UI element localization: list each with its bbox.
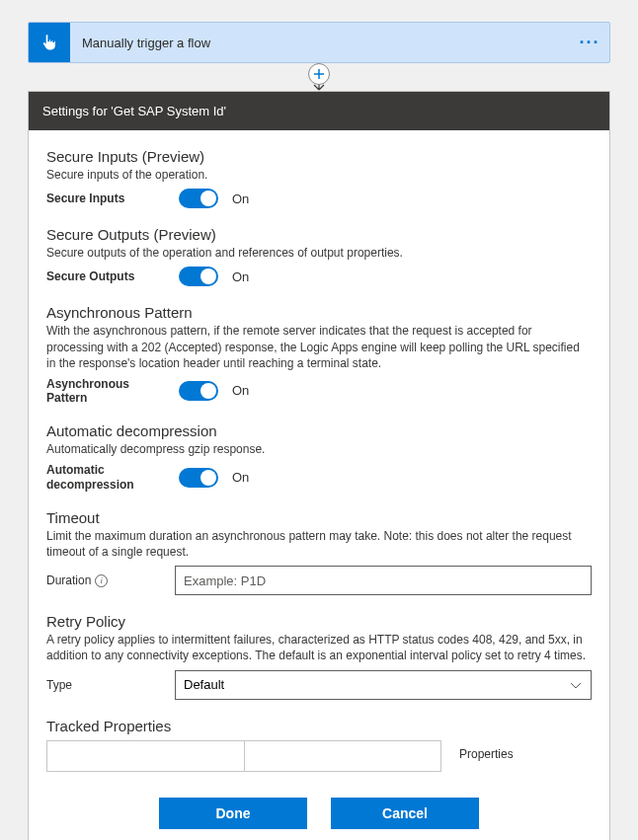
- section-secure-outputs: Secure Outputs (Preview) Secure outputs …: [46, 226, 592, 286]
- auto-decompress-label: Automatic decompression: [46, 463, 165, 492]
- secure-inputs-toggle[interactable]: [179, 189, 218, 208]
- secure-inputs-title: Secure Inputs (Preview): [46, 148, 592, 165]
- retry-policy-title: Retry Policy: [46, 613, 592, 630]
- auto-decompress-desc: Automatically decompress gzip response.: [46, 441, 592, 457]
- settings-footer: Done Cancel: [46, 798, 592, 829]
- settings-header: Settings for 'Get SAP System Id': [29, 92, 609, 130]
- secure-outputs-desc: Secure outputs of the operation and refe…: [46, 245, 592, 261]
- async-pattern-title: Asynchronous Pattern: [46, 304, 592, 321]
- retry-policy-type-label: Type: [46, 678, 165, 692]
- manual-trigger-icon: [29, 22, 70, 63]
- tracked-properties-table: [46, 740, 441, 772]
- async-pattern-toggle[interactable]: [179, 381, 218, 401]
- section-retry-policy: Retry Policy A retry policy applies to i…: [46, 613, 592, 699]
- secure-outputs-label: Secure Outputs: [46, 269, 165, 283]
- section-secure-inputs: Secure Inputs (Preview) Secure inputs of…: [46, 148, 592, 208]
- trigger-card[interactable]: Manually trigger a flow ···: [28, 22, 610, 63]
- tracked-properties-title: Tracked Properties: [46, 718, 592, 734]
- secure-inputs-desc: Secure inputs of the operation.: [46, 167, 592, 183]
- timeout-duration-input[interactable]: [175, 566, 592, 595]
- cancel-button[interactable]: Cancel: [331, 798, 479, 829]
- trigger-menu-button[interactable]: ···: [570, 33, 609, 53]
- auto-decompress-state: On: [232, 470, 249, 485]
- tracked-properties-key-cell[interactable]: [47, 741, 245, 771]
- async-pattern-label: Asynchronous Pattern: [46, 377, 165, 405]
- secure-inputs-state: On: [232, 191, 249, 206]
- retry-policy-desc: A retry policy applies to intermittent f…: [46, 632, 592, 663]
- section-tracked-properties: Tracked Properties Properties: [46, 718, 592, 772]
- trigger-title: Manually trigger a flow: [70, 36, 570, 50]
- auto-decompress-title: Automatic decompression: [46, 422, 592, 439]
- connector-top: [28, 63, 610, 91]
- secure-outputs-state: On: [232, 269, 249, 284]
- section-async-pattern: Asynchronous Pattern With the asynchrono…: [46, 304, 592, 405]
- auto-decompress-toggle[interactable]: [179, 468, 218, 488]
- settings-panel: Settings for 'Get SAP System Id' Secure …: [28, 91, 610, 840]
- section-timeout: Timeout Limit the maximum duration an as…: [46, 509, 592, 595]
- async-pattern-desc: With the asynchronous pattern, if the re…: [46, 323, 592, 371]
- add-step-button[interactable]: [308, 63, 330, 85]
- timeout-desc: Limit the maximum duration an asynchrono…: [46, 528, 592, 560]
- properties-label: Properties: [459, 747, 514, 761]
- tracked-properties-value-cell[interactable]: [245, 741, 441, 771]
- retry-policy-type-select[interactable]: Default: [175, 670, 592, 700]
- info-icon[interactable]: i: [95, 574, 108, 587]
- secure-outputs-toggle[interactable]: [179, 267, 218, 286]
- timeout-title: Timeout: [46, 509, 592, 526]
- timeout-duration-label: Duration i: [46, 573, 165, 587]
- secure-outputs-title: Secure Outputs (Preview): [46, 226, 592, 243]
- done-button[interactable]: Done: [159, 798, 307, 829]
- section-auto-decompress: Automatic decompression Automatically de…: [46, 422, 592, 492]
- async-pattern-state: On: [232, 383, 249, 398]
- secure-inputs-label: Secure Inputs: [46, 191, 165, 205]
